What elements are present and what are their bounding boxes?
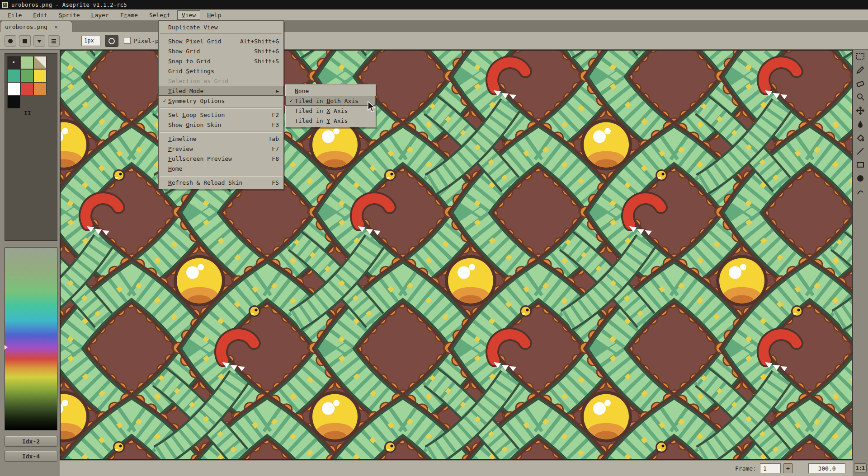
zoom-reset-button[interactable]: 1:1 <box>854 463 867 472</box>
zoom-input[interactable]: 300.0 <box>808 463 845 473</box>
add-frame-button[interactable]: + <box>783 463 793 473</box>
menu-layer[interactable]: Layer <box>87 11 113 19</box>
frame-label: Frame: <box>735 465 756 472</box>
palette-swatches <box>7 56 48 108</box>
menu-frame[interactable]: Frame <box>116 11 142 19</box>
tool-rectangle[interactable] <box>853 158 868 172</box>
menu-item-label: None <box>295 88 309 94</box>
brush-circle-button[interactable] <box>5 35 16 47</box>
tool-rectangular-marquee[interactable] <box>853 50 868 63</box>
palette-swatch[interactable] <box>20 82 33 95</box>
menu-item-set-loop-section[interactable]: Set Loop Section F2 <box>159 110 283 120</box>
tool-pencil[interactable] <box>853 63 868 77</box>
submenu-item-none[interactable]: None <box>285 86 376 96</box>
menu-item-label: Symmetry Options <box>168 98 225 104</box>
tool-line[interactable] <box>853 145 868 158</box>
palette-panel: II <box>5 53 57 241</box>
menu-item-refresh-reload-skin[interactable]: Refresh & Reload Skin F5 <box>159 177 283 187</box>
menu-item-label: Duplicate View <box>168 24 218 31</box>
app-icon <box>2 2 8 8</box>
menu-edit[interactable]: Edit <box>29 11 51 19</box>
menu-select[interactable]: Select <box>145 11 175 19</box>
submenu-item-tiled-y-axis[interactable]: Tiled in Y Axis <box>285 116 376 126</box>
brush-preview-button[interactable] <box>105 35 118 47</box>
tool-zoom[interactable] <box>853 90 868 104</box>
tool-bar: 1:1 <box>853 50 868 476</box>
menu-item-show-grid[interactable]: Show Grid Shift+G <box>159 46 283 56</box>
palette-swatch[interactable] <box>33 82 47 95</box>
palette-swatch[interactable] <box>20 69 33 82</box>
tool-contour[interactable] <box>853 185 868 199</box>
palette-swatch[interactable] <box>7 69 20 82</box>
menu-item-home[interactable]: Home <box>159 163 283 173</box>
color-spectrum-picker[interactable] <box>5 247 57 430</box>
menu-item-grid-settings[interactable]: Grid Settings <box>159 66 283 76</box>
spectrum-marker-icon <box>5 345 8 350</box>
dropdown-arrow-button[interactable] <box>33 35 45 47</box>
tool-eraser[interactable] <box>853 77 868 90</box>
menu-item-shortcut: F5 <box>272 179 279 186</box>
menu-item-preview[interactable]: Preview F7 <box>159 144 283 154</box>
menu-item-label: Preview <box>168 145 193 152</box>
tab-bar: uroboros.png × <box>0 20 868 32</box>
menu-sprite[interactable]: Sprite <box>55 11 84 19</box>
options-menu-button[interactable] <box>48 35 60 47</box>
palette-swatch[interactable] <box>20 56 33 69</box>
tab-label: uroboros.png <box>5 23 47 30</box>
index-button-4[interactable]: Idx-4 <box>5 451 57 462</box>
palette-swatch[interactable] <box>33 69 47 82</box>
menu-view[interactable]: View <box>178 11 200 19</box>
tiled-mode-submenu: None ✓ Tiled in Both Axis Tiled in X Axi… <box>285 84 376 127</box>
menu-item-shortcut: F2 <box>272 112 279 118</box>
check-icon: ✓ <box>288 98 295 104</box>
left-sidebar: II Idx-2 Idx-4 <box>0 50 60 476</box>
menu-item-shortcut: Shift+G <box>254 48 279 55</box>
submenu-item-tiled-both-axis[interactable]: ✓ Tiled in Both Axis <box>285 96 376 106</box>
menu-item-label: Grid Settings <box>168 68 214 75</box>
pixel-perfect-checkbox[interactable] <box>124 37 131 44</box>
menu-item-show-onion-skin[interactable]: Show Onion Skin F3 <box>159 120 283 130</box>
tool-eyedropper[interactable] <box>853 117 868 131</box>
menu-item-shortcut: Shift+S <box>254 58 279 65</box>
menu-item-fullscreen-preview[interactable]: Fullscreen Preview F8 <box>159 154 283 163</box>
menu-item-selection-as-grid: Selection as Grid <box>159 76 283 86</box>
menu-item-timeline[interactable]: Timeline Tab <box>159 134 283 144</box>
tab-close-icon[interactable]: × <box>53 23 59 30</box>
index-button-2[interactable]: Idx-2 <box>5 436 57 447</box>
menu-item-snap-to-grid[interactable]: Snap to Grid Shift+S <box>159 56 283 66</box>
menu-item-label: Fullscreen Preview <box>168 155 232 162</box>
title-bar: uroboros.png - Aseprite v1.1.2-rc5 <box>0 0 868 9</box>
menu-file[interactable]: File <box>4 11 26 19</box>
palette-swatch[interactable] <box>33 56 47 69</box>
menu-item-tiled-mode[interactable]: Tiled Mode ▶ <box>159 86 283 96</box>
menu-bar: File Edit Sprite Layer Frame Select View… <box>0 9 868 20</box>
tab-uroboros[interactable]: uroboros.png × <box>0 21 72 32</box>
menu-item-label: Home <box>168 165 182 172</box>
menu-separator <box>159 130 283 134</box>
menu-item-label: Tiled Mode <box>168 88 203 94</box>
palette-swatch[interactable] <box>7 82 20 95</box>
status-bar: Frame: 1 + 300.0 <box>60 460 853 476</box>
menu-item-symmetry-options[interactable]: ✓ Symmetry Options <box>159 96 283 106</box>
tool-filled-ellipse[interactable] <box>853 172 868 185</box>
frame-input[interactable]: 1 <box>760 463 781 473</box>
cursor-icon <box>367 101 379 114</box>
menu-item-label: Selection as Grid <box>168 78 228 84</box>
view-menu-dropdown: Duplicate View Show Pixel Grid Alt+Shift… <box>158 20 284 189</box>
tool-move[interactable] <box>853 104 868 117</box>
tool-paint-bucket[interactable] <box>853 131 868 145</box>
palette-swatch[interactable] <box>7 95 20 108</box>
brush-size-input[interactable]: 1px <box>81 36 100 46</box>
swatch-dot <box>13 61 14 63</box>
brush-square-button[interactable] <box>19 35 31 47</box>
menu-item-shortcut: F3 <box>272 121 279 128</box>
menu-item-label: Show Onion Skin <box>168 121 221 128</box>
menu-help[interactable]: Help <box>203 11 225 19</box>
palette-swatch[interactable] <box>7 56 20 69</box>
menu-separator <box>159 32 283 36</box>
menu-item-label: Show Grid <box>168 48 200 55</box>
menu-item-show-pixel-grid[interactable]: Show Pixel Grid Alt+Shift+G <box>159 36 283 46</box>
menu-item-label: Timeline <box>168 135 197 142</box>
menu-item-duplicate-view[interactable]: Duplicate View <box>159 22 283 32</box>
submenu-item-tiled-x-axis[interactable]: Tiled in X Axis <box>285 106 376 116</box>
